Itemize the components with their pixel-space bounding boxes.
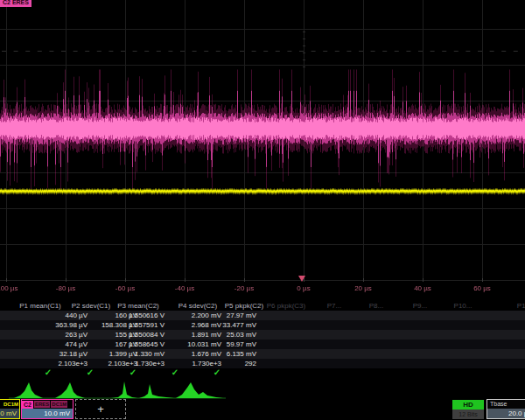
measurement-value: 1.891 mV — [192, 331, 221, 339]
time-axis-label: -100 µs — [0, 284, 18, 292]
parameter-header-inactive[interactable]: P11... — [517, 302, 525, 310]
measurement-value: 440 µV — [65, 312, 88, 319]
measurement-value: 363.98 µV — [55, 321, 88, 329]
measurement-value: 1.330 mV — [135, 350, 164, 358]
measurement-value: 1.399 µV — [109, 350, 137, 358]
histicon[interactable] — [176, 382, 223, 398]
time-axis-label: 60 µs — [473, 284, 491, 292]
measurement-value: 1.730e+3 — [135, 360, 164, 368]
histicon[interactable] — [14, 382, 43, 398]
parameter-header[interactable]: P1 mean(C1) — [19, 302, 61, 310]
measurement-value: 10.031 mV — [187, 340, 221, 348]
measurement-value: 2.103e+3 — [58, 360, 88, 368]
measurement-value: 6.135 mV — [227, 350, 256, 358]
tbase-value: 20.0 µs/div — [487, 409, 525, 418]
hd-mode-badge[interactable]: HD — [452, 400, 484, 410]
histicon[interactable] — [55, 382, 85, 398]
parameter-header-inactive[interactable]: P6 pkpk(C3) — [267, 302, 305, 310]
timebase-descriptor[interactable]: Tbase 20.0 µs/div — [486, 399, 525, 419]
time-axis-label: 40 µs — [414, 284, 431, 292]
add-trace-button[interactable]: + — [75, 399, 126, 419]
time-axis-label: -40 µs — [175, 284, 194, 292]
oscilloscope-screen: C2 ERES -100 µs-80 µs-60 µs-40 µs-20 µs0… — [0, 0, 525, 420]
measurement-value: 1.550616 V — [129, 312, 164, 319]
time-axis-label: 0 µs — [297, 284, 310, 292]
time-axis-label: -80 µs — [56, 284, 75, 292]
histicon[interactable] — [111, 382, 137, 398]
parameter-header[interactable]: P3 mean(C2) — [117, 302, 159, 310]
measurement-value: 32.18 µV — [60, 350, 88, 358]
time-axis-label: -20 µs — [234, 284, 254, 292]
c2-label-badge: C2 — [22, 401, 33, 409]
channel-descriptor-c2[interactable]: C2 ERES DC1M 10.0 mV — [21, 399, 74, 419]
time-axis-label: 20 µs — [354, 284, 372, 292]
measurement-value: 2.103e+3 — [108, 360, 137, 368]
c2-vertical-scale: 10.0 mV — [22, 409, 73, 418]
measurement-value: 292 — [245, 360, 256, 368]
parameter-header[interactable]: P4 sdev(C2) — [178, 302, 217, 310]
hd-bits-label: 12 Bits — [452, 410, 484, 419]
histicon[interactable] — [139, 384, 174, 398]
tbase-label: Tbase — [487, 400, 525, 409]
plus-icon: + — [97, 402, 104, 416]
trigger-position-marker[interactable] — [298, 276, 305, 282]
c1-coupling-badge: DC1M — [3, 401, 19, 408]
measurement-value: 1.557591 V — [129, 321, 164, 329]
histicon-strip — [0, 368, 525, 402]
parameter-header-inactive[interactable]: P7... — [327, 302, 341, 310]
parameter-header[interactable]: P2 sdev(C1) — [72, 302, 110, 310]
measurement-value: 1.676 mV — [192, 350, 221, 358]
measurement-value: 1.550084 V — [129, 331, 164, 339]
channel-descriptor-c1[interactable]: C1 DC1M 10.0 mV — [0, 399, 20, 419]
parameter-header-inactive[interactable]: P8... — [369, 302, 383, 310]
measurement-value: 25.03 mV — [227, 331, 256, 339]
c1-vertical-scale: 10.0 mV — [0, 409, 19, 418]
measurement-value: 474 µV — [65, 340, 88, 348]
eres-badge: ERES — [34, 401, 50, 408]
measurement-value: 1.730e+3 — [192, 360, 221, 368]
parameter-header[interactable]: P5 pkpk(C2) — [225, 302, 263, 310]
parameter-header-inactive[interactable]: P9... — [413, 302, 427, 310]
measurement-value: 27.97 mV — [227, 312, 256, 319]
measurement-value: 59.97 mV — [227, 340, 256, 348]
measurement-value: 33.477 mV — [222, 321, 256, 329]
measurement-value: 263 µV — [65, 331, 88, 339]
parameter-header-inactive[interactable]: P10... — [454, 302, 472, 310]
measurement-value: 2.200 mV — [192, 312, 221, 319]
waveform-grid[interactable] — [0, 0, 525, 298]
trace-annotation-label: C2 ERES — [0, 0, 32, 7]
c2-coupling-badge: DC1M — [51, 401, 67, 408]
time-axis-label: -60 µs — [116, 284, 135, 292]
measurement-value: 2.968 mV — [192, 321, 221, 329]
measurement-value: 1.558645 V — [129, 340, 164, 348]
